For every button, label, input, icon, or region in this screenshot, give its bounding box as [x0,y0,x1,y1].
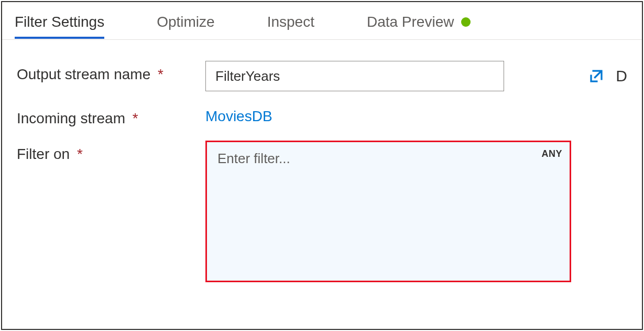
tab-label: Inspect [267,14,314,30]
label-text: Filter on [17,146,70,162]
output-stream-input[interactable] [205,61,504,91]
required-marker: * [158,66,163,82]
label-text: Incoming stream [17,110,125,126]
filter-settings-panel: Filter Settings Optimize Inspect Data Pr… [1,1,643,330]
side-actions: D [588,61,627,85]
tab-label: Optimize [157,14,214,30]
link-text: MoviesDB [205,108,272,124]
filter-expression-box: ANY [205,141,571,282]
incoming-stream-label: Incoming stream * [17,105,205,127]
tab-filter-settings[interactable]: Filter Settings [15,4,104,38]
filter-expression-input[interactable] [207,142,570,281]
tabs-bar: Filter Settings Optimize Inspect Data Pr… [2,2,642,40]
required-marker: * [133,110,138,126]
label-text: Output stream name [17,66,150,82]
open-external-icon[interactable] [588,68,604,84]
tab-label: Data Preview [367,14,454,30]
output-stream-label: Output stream name * [17,61,205,83]
required-marker: * [77,146,83,162]
tab-label: Filter Settings [15,14,104,30]
status-dot-icon [461,17,471,27]
truncated-text: D [616,67,627,85]
row-output-stream: Output stream name * D [17,61,627,91]
tab-data-preview[interactable]: Data Preview [367,4,471,38]
tab-optimize[interactable]: Optimize [157,4,214,38]
row-incoming-stream: Incoming stream * MoviesDB [17,105,627,127]
row-filter-on: Filter on * ANY [17,141,627,282]
any-type-badge: ANY [541,148,562,159]
form-area: Output stream name * D Incoming stream *… [2,40,642,282]
filter-on-label: Filter on * [17,141,205,163]
incoming-stream-link[interactable]: MoviesDB [205,105,272,125]
tab-inspect[interactable]: Inspect [267,4,314,38]
